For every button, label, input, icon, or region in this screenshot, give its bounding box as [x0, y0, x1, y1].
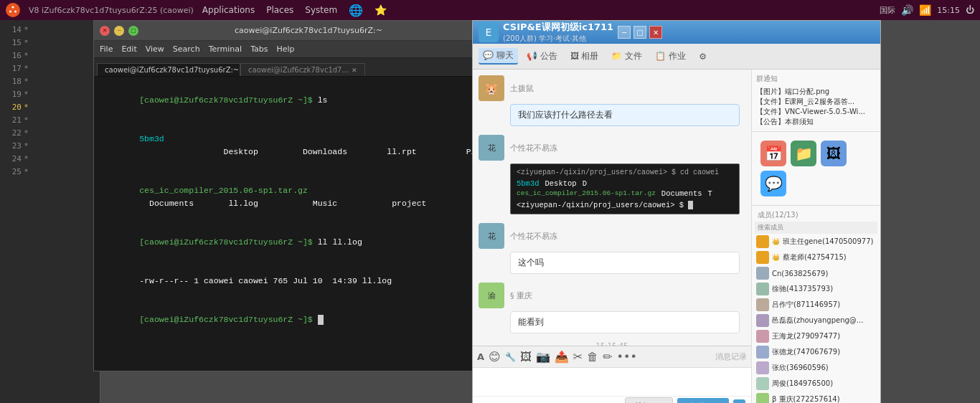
tab2-close[interactable]: ✕	[352, 67, 357, 74]
chat-tab-settings[interactable]: ⚙	[694, 50, 711, 63]
sidebar-apps-section: 📅 📁 🖼 💬	[752, 132, 880, 206]
chat-close-button[interactable]: 关闭(C)	[625, 397, 673, 403]
term-line-4: [caowei@iZuf6czk78vc1d7tuysu6rZ ~]$ ll l…	[100, 223, 474, 262]
menu-search[interactable]: Search	[173, 44, 200, 54]
sidebar-notice-2[interactable]: 【文件】E课网_云2服务器答...	[756, 97, 876, 107]
chat-input-bottom: 关闭(C) 发送(S) ▼	[473, 396, 751, 403]
member-zhang-de[interactable]: 张德龙(747067679)	[755, 344, 877, 360]
msg-bubble-3: 这个吗	[510, 252, 740, 274]
line-24-dot: *	[24, 155, 28, 163]
terminal-close-btn[interactable]: ✕	[100, 26, 110, 36]
topbar-menu: Applications Places System 🌐 ⭐	[202, 4, 387, 17]
line-row-17: 17 *	[0, 62, 100, 75]
line-14-dot: *	[24, 26, 28, 34]
sidebar-notice-4[interactable]: 【公告】本群须知	[756, 117, 876, 127]
chat-messages[interactable]: 🐹 土拨鼠 我们应该打什么路径去看 花 个性花不易冻	[473, 70, 751, 346]
menu-tabs[interactable]: Tabs	[250, 44, 268, 54]
member-chongqing[interactable]: β 重庆(272257614)	[755, 392, 877, 403]
menu-help[interactable]: Help	[277, 44, 295, 54]
term-line-2: 5bm3d Desktop Downloads ll.rpt Pictures	[100, 120, 474, 171]
line-22-dot: *	[24, 129, 28, 137]
line-16: 16	[0, 51, 22, 60]
history-link[interactable]: 消息记录	[715, 351, 747, 362]
line-row-19: 19 *	[0, 87, 100, 100]
chat-minimize-btn[interactable]: −	[618, 26, 631, 39]
sidebar-app-album[interactable]: 🖼	[821, 141, 847, 166]
avatar-2: 花	[479, 135, 504, 161]
send-dropdown-icon[interactable]: ▼	[733, 399, 745, 404]
terminal-tab-2[interactable]: caowei@iZuf6czk78vc1d7... ✕	[240, 63, 365, 76]
chat-tab-homework[interactable]: 📋 作业	[651, 49, 690, 64]
tool-cut[interactable]: ✂	[573, 350, 583, 364]
volume-icon[interactable]: 🔊	[901, 4, 913, 16]
chat-tab-files[interactable]: 📁 文件	[607, 49, 646, 64]
line-24: 24	[0, 154, 22, 163]
line-17-dot: *	[24, 65, 28, 72]
chat-tab-album[interactable]: 🖼 相册	[566, 49, 603, 64]
chat-close-btn[interactable]: ✕	[649, 26, 662, 39]
tool-emoji[interactable]: 😊	[489, 350, 501, 364]
terminal-maximize-btn[interactable]: □	[128, 26, 138, 36]
menu-applications[interactable]: Applications	[202, 5, 255, 15]
tool-screenshot[interactable]: 📷	[536, 350, 550, 364]
tool-pencil[interactable]: ✏	[603, 350, 612, 364]
member-lv[interactable]: 吕作宁(871146957)	[755, 297, 877, 313]
line-18: 18	[0, 77, 22, 86]
member-cn[interactable]: Cn(363825679)	[755, 265, 877, 281]
avatar-1: 🐹	[479, 75, 504, 101]
menu-terminal[interactable]: Terminal	[209, 44, 242, 54]
sidebar-app-files[interactable]: 📁	[791, 141, 816, 166]
terminal-tab-1[interactable]: caowei@iZuf6czk78vc1d7tuysu6rZ:~ ✕	[97, 63, 240, 76]
chat-popup-terminal: <ziyuepan-/qixin/proj_users/caowei> $ cd…	[510, 163, 740, 214]
terminal-body[interactable]: [caowei@iZuf6czk78vc1d7tuysu6rZ ~]$ ls 5…	[94, 77, 480, 371]
member-admin-gene[interactable]: 👑 班主任gene(1470500977)	[755, 234, 877, 250]
chat-input-field[interactable]	[473, 368, 751, 396]
tool-image[interactable]: 🖼	[520, 350, 532, 364]
line-row-24: 24 *	[0, 152, 100, 165]
member-zhou-jun[interactable]: 周俊(184976500)	[755, 376, 877, 392]
sender-name-4: § 重庆	[510, 290, 532, 301]
sidebar-app-calendar[interactable]: 📅	[760, 141, 786, 166]
menu-places[interactable]: Places	[266, 5, 293, 15]
member-zhou[interactable]: 邑磊磊(zhouyangpeng@...	[755, 313, 877, 328]
menu-file[interactable]: File	[100, 44, 113, 54]
network-icon[interactable]: 📶	[919, 4, 931, 16]
member-name-gene: 班主任gene(1470500977)	[783, 237, 873, 247]
line-23: 23	[0, 141, 22, 151]
terminal-titlebar: ✕ − □ caowei@iZuf6czk78vc1d7tuysu6rZ:~	[94, 21, 480, 41]
chat-sidebar: 群通知 【图片】端口分配.png 【文件】E课网_云2服务器答... 【文件】V…	[751, 70, 880, 403]
line-19-dot: *	[24, 90, 28, 98]
menu-view[interactable]: View	[146, 44, 164, 54]
tool-upload[interactable]: 📤	[555, 350, 569, 364]
power-icon[interactable]: ⏻	[966, 5, 974, 15]
svg-point-2	[9, 11, 11, 13]
chat-tab-chat[interactable]: 💬 聊天	[479, 48, 518, 65]
member-admin-teacher[interactable]: 👑 蔡老师(42754715)	[755, 250, 877, 265]
sidebar-notice-1[interactable]: 【图片】端口分配.png	[756, 87, 876, 97]
sidebar-app-qq[interactable]: 💬	[760, 171, 786, 196]
member-xu[interactable]: 徐驰(413735793)	[755, 281, 877, 297]
member-name-teacher: 蔡老师(42754715)	[783, 252, 847, 262]
sidebar-members-section: 成员(12/13) 搜索成员 👑 班主任gene(1470500977) 👑 蔡…	[752, 206, 880, 403]
tool-font[interactable]: A	[477, 351, 484, 362]
menu-edit[interactable]: Edit	[121, 44, 136, 54]
chat-tab-notice[interactable]: 📢 公告	[522, 49, 562, 64]
tool-shake[interactable]: 🔧	[505, 352, 516, 362]
menu-system[interactable]: System	[305, 5, 337, 15]
sidebar-notice-section: 群通知 【图片】端口分配.png 【文件】E课网_云2服务器答... 【文件】V…	[752, 70, 880, 132]
line-row-14: 14 *	[0, 23, 100, 36]
member-wang[interactable]: 王海龙(279097477)	[755, 328, 877, 344]
member-zhang-xin[interactable]: 张欣(36960596)	[755, 360, 877, 376]
ubuntu-topbar: V8 iZuf6czk78vc1d7tuysu6rZ:25 (caowei) A…	[0, 0, 980, 20]
sidebar-notice-3[interactable]: 【文件】VNC-Viewer-5.0.5-Wi...	[756, 107, 876, 117]
chat-send-button[interactable]: 发送(S)	[677, 398, 729, 403]
msg-header-3: 花 个性花不易冻	[479, 223, 745, 249]
ubuntu-logo[interactable]	[6, 3, 20, 17]
terminal-minimize-btn[interactable]: −	[114, 26, 124, 36]
sender-name-2: 个性花不易冻	[510, 143, 557, 153]
chat-maximize-btn[interactable]: □	[633, 26, 646, 39]
tool-more[interactable]: •••	[617, 350, 637, 364]
tool-delete[interactable]: 🗑	[587, 350, 598, 364]
terminal-tabs: caowei@iZuf6czk78vc1d7tuysu6rZ:~ ✕ caowe…	[94, 58, 480, 77]
bookmark-icon: ⭐	[374, 4, 387, 16]
